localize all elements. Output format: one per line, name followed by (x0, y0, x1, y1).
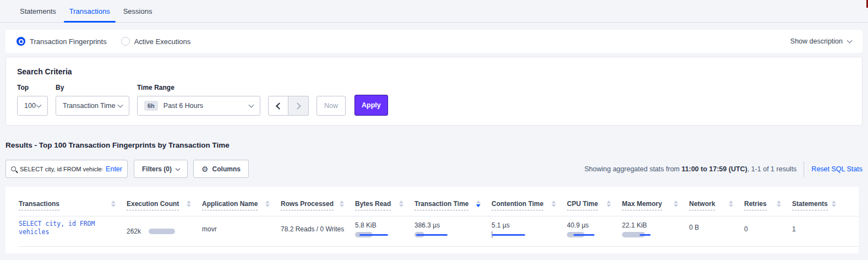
column-header-network[interactable]: Network (689, 200, 744, 216)
chevron-down-icon (118, 102, 123, 107)
filters-button[interactable]: Filters (0) (134, 160, 188, 178)
table-row: SELECT city, id FROM vehicles 262k movr … (19, 216, 859, 247)
column-header-bytes-read[interactable]: Bytes Read (355, 200, 414, 216)
sort-icon[interactable] (777, 201, 781, 207)
search-box: Enter (6, 160, 128, 178)
rows-processed-cell: 78.2 Reads / 0 Writes (281, 216, 355, 246)
cpu-time-value: 40.9 µs (567, 221, 613, 229)
column-header-transactions[interactable]: Transactions (19, 200, 127, 216)
execution-count-value: 262k (127, 228, 141, 235)
apply-button[interactable]: Apply (354, 95, 388, 116)
column-header-retries[interactable]: Retries (744, 200, 792, 216)
sort-icon[interactable] (265, 201, 270, 207)
chevron-down-icon (36, 102, 42, 107)
network-cell: 0 B (689, 216, 744, 246)
retries-cell: 0 (744, 216, 792, 246)
stats-prefix: Showing aggregated stats from (585, 165, 682, 173)
by-select[interactable]: Transaction Time (56, 96, 129, 116)
column-header-max-memory[interactable]: Max Memory (622, 200, 689, 216)
tab-transactions[interactable]: Transactions (63, 2, 117, 22)
top-select[interactable]: 100 (17, 96, 48, 116)
search-input[interactable] (20, 166, 102, 172)
sort-icon[interactable] (340, 201, 344, 207)
results-heading: Results - Top 100 Transaction Fingerprin… (6, 141, 230, 149)
search-criteria-title: Search Criteria (17, 67, 851, 76)
time-range-select[interactable]: 6h Past 6 Hours (137, 96, 260, 116)
columns-button[interactable]: ⚙ Columns (193, 160, 249, 178)
radio-label: Active Executions (134, 37, 191, 46)
stats-time-range: 11:00 to 17:59 (UTC) (681, 165, 747, 173)
divider (804, 161, 804, 177)
radio-transaction-fingerprints[interactable]: Transaction Fingerprints (17, 37, 107, 46)
cpu-time-bar (567, 231, 613, 238)
filters-label: Filters (0) (142, 165, 172, 173)
show-description-label: Show description (790, 37, 843, 45)
stats-suffix: , 1-1 of 1 results (747, 165, 797, 173)
transaction-time-cell: 386.3 µs (414, 216, 492, 246)
time-range-value: Past 6 Hours (163, 102, 203, 110)
chevron-down-icon (176, 166, 180, 170)
page-tabs: Statements Transactions Sessions (0, 0, 868, 23)
time-range-label: Time Range (137, 84, 260, 91)
table-header-row: Transactions Execution Count Application… (19, 187, 859, 216)
top-field: Top 100 (17, 84, 48, 116)
show-description-toggle[interactable]: Show description (790, 37, 851, 45)
chevron-right-icon (294, 102, 301, 110)
now-button[interactable]: Now (316, 96, 346, 116)
column-header-cpu-time[interactable]: CPU Time (567, 200, 622, 216)
contention-time-value: 5.1 µs (492, 221, 558, 229)
columns-label: Columns (212, 165, 241, 173)
tab-statements[interactable]: Statements (13, 2, 63, 22)
column-header-statements[interactable]: Statements (792, 200, 847, 216)
column-header-rows-processed[interactable]: Rows Processed (281, 200, 355, 216)
sort-icon[interactable] (399, 201, 403, 207)
column-header-execution-count[interactable]: Execution Count (127, 200, 202, 216)
sort-icon[interactable] (187, 201, 191, 207)
chevron-down-icon (249, 102, 254, 107)
column-header-application-name[interactable]: Application Name (202, 200, 281, 216)
contention-time-cell: 5.1 µs (492, 216, 567, 246)
execution-count-cell: 262k (127, 216, 202, 246)
search-criteria-panel: Search Criteria Top 100 By Transaction T… (6, 57, 862, 126)
chevron-down-icon (847, 37, 853, 43)
by-field: By Transaction Time (56, 84, 129, 116)
stats-summary: Showing aggregated stats from 11:00 to 1… (585, 165, 797, 173)
top-label: Top (17, 84, 48, 91)
search-icon (11, 166, 16, 171)
transaction-time-value: 386.3 µs (414, 221, 483, 229)
reset-sql-stats-link[interactable]: Reset SQL Stats (811, 165, 862, 173)
next-time-window-button[interactable] (288, 96, 309, 116)
transaction-fingerprint-link[interactable]: SELECT city, id FROM vehicles (19, 216, 127, 246)
by-select-value: Transaction Time (63, 102, 115, 110)
stats-summary-area: Showing aggregated stats from 11:00 to 1… (585, 161, 862, 177)
sort-icon[interactable] (111, 201, 116, 207)
bytes-read-bar (355, 231, 406, 238)
sort-icon[interactable] (607, 201, 611, 207)
time-range-badge: 6h (144, 101, 158, 111)
bytes-read-cell: 5.8 KiB (355, 216, 414, 246)
results-controls: Enter Filters (0) ⚙ Columns Showing aggr… (6, 160, 862, 178)
sort-icon-active-desc[interactable] (476, 201, 481, 207)
radio-unselected-icon (121, 37, 130, 46)
column-header-contention-time[interactable]: Contention Time (492, 200, 567, 216)
tab-sessions[interactable]: Sessions (117, 2, 159, 22)
bytes-read-value: 5.8 KiB (355, 221, 406, 229)
time-range-field: Time Range 6h Past 6 Hours (137, 84, 260, 116)
sort-icon[interactable] (552, 201, 556, 207)
radio-selected-icon (17, 37, 25, 46)
max-memory-value: 22.1 KiB (622, 221, 680, 229)
max-memory-bar (622, 231, 680, 238)
previous-time-window-button[interactable] (268, 96, 288, 116)
radio-label: Transaction Fingerprints (30, 37, 107, 46)
transaction-time-bar (414, 231, 483, 238)
sort-icon[interactable] (674, 201, 678, 207)
search-enter-button[interactable]: Enter (106, 165, 122, 173)
sort-icon[interactable] (729, 201, 733, 207)
top-select-value: 100 (24, 102, 36, 110)
max-memory-cell: 22.1 KiB (622, 216, 689, 246)
column-header-transaction-time[interactable]: Transaction Time (414, 200, 492, 216)
cpu-time-cell: 40.9 µs (567, 216, 622, 246)
radio-active-executions[interactable]: Active Executions (121, 37, 191, 46)
execution-count-bar (149, 229, 175, 234)
sort-icon[interactable] (832, 201, 836, 207)
